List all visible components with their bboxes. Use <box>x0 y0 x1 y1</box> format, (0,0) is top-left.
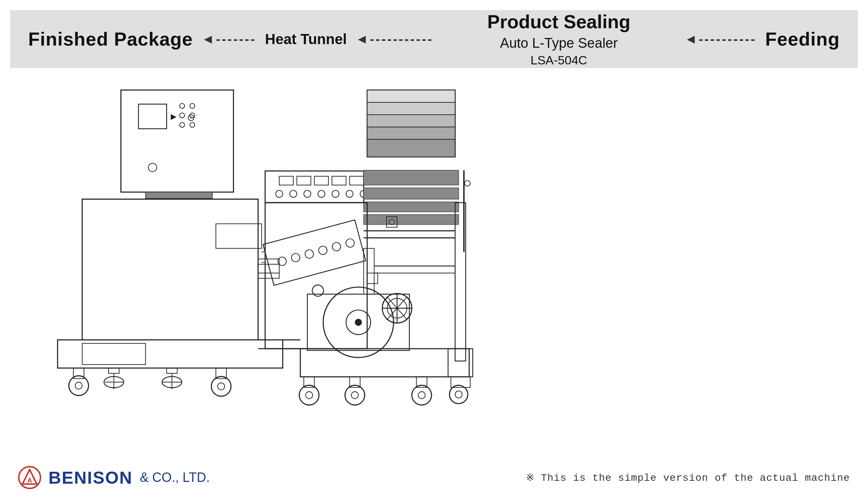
footer: A BENISON & CO., LTD. ※ This is the simp… <box>0 463 868 492</box>
svg-point-100 <box>455 391 462 398</box>
product-sealing-center: Product Sealing Auto L-Type Sealer LSA-5… <box>433 10 684 68</box>
finished-package-label: Finished Package <box>28 28 193 50</box>
svg-point-8 <box>180 122 185 127</box>
svg-rect-0 <box>121 90 233 192</box>
svg-rect-43 <box>314 176 328 185</box>
svg-rect-1 <box>139 104 167 129</box>
svg-text:A: A <box>27 477 32 484</box>
svg-point-88 <box>299 385 319 405</box>
svg-point-4 <box>180 103 185 109</box>
dots-mid: ◄----------- <box>356 31 434 47</box>
machine-diagram: ▶ ⊙ <box>0 76 868 463</box>
svg-point-80 <box>355 319 362 326</box>
svg-rect-45 <box>350 176 364 185</box>
svg-point-46 <box>276 190 282 197</box>
svg-point-58 <box>465 181 471 186</box>
svg-rect-38 <box>367 127 455 139</box>
model-number: LSA-504C <box>487 52 630 68</box>
svg-rect-13 <box>216 224 261 249</box>
svg-rect-39 <box>367 139 455 157</box>
svg-rect-20 <box>109 368 119 373</box>
svg-point-47 <box>290 190 297 197</box>
svg-rect-55 <box>363 202 459 212</box>
header-right: ◄---------- Feeding <box>684 28 840 50</box>
product-sealing-block: Product Sealing Auto L-Type Sealer LSA-5… <box>487 10 630 68</box>
feeding-label: Feeding <box>765 28 840 50</box>
svg-point-89 <box>306 392 312 399</box>
svg-point-64 <box>318 245 328 256</box>
svg-point-65 <box>331 242 342 252</box>
svg-point-91 <box>345 385 365 405</box>
svg-point-51 <box>346 190 353 197</box>
svg-point-62 <box>290 253 301 263</box>
svg-point-61 <box>277 256 288 267</box>
svg-rect-44 <box>332 176 346 185</box>
svg-point-99 <box>450 385 468 404</box>
logo-area: A BENISON & CO., LTD. <box>18 466 210 489</box>
svg-point-48 <box>304 190 311 197</box>
svg-rect-36 <box>367 102 455 115</box>
svg-rect-15 <box>58 340 283 368</box>
svg-rect-24 <box>167 368 177 373</box>
svg-rect-60 <box>263 220 366 285</box>
svg-point-92 <box>351 392 358 399</box>
svg-point-30 <box>218 383 225 390</box>
svg-rect-35 <box>367 90 455 102</box>
svg-rect-41 <box>279 176 293 185</box>
svg-rect-73 <box>367 273 378 284</box>
svg-rect-31 <box>258 259 279 279</box>
svg-point-63 <box>304 249 315 259</box>
logo-brand-text: BENISON <box>48 468 133 488</box>
logo-co-text: & CO., LTD. <box>140 470 210 485</box>
dots-right: ◄---------- <box>684 31 757 47</box>
machine-type: Auto L-Type Sealer <box>487 34 630 52</box>
svg-point-19 <box>75 382 82 389</box>
svg-point-10 <box>148 163 157 171</box>
svg-point-94 <box>412 385 431 405</box>
svg-point-50 <box>332 190 339 197</box>
dots-left: ◄------- <box>201 31 256 47</box>
svg-rect-42 <box>297 176 311 185</box>
finished-package-item: Finished Package ◄------- Heat Tunnel ◄-… <box>28 28 433 50</box>
svg-rect-40 <box>265 171 363 203</box>
footer-note: ※ This is the simple version of the actu… <box>526 471 850 484</box>
product-sealing-title: Product Sealing <box>487 10 630 34</box>
svg-text:▶: ▶ <box>171 112 177 121</box>
svg-point-95 <box>418 392 425 399</box>
svg-point-6 <box>180 113 185 118</box>
svg-rect-76 <box>300 349 469 377</box>
svg-rect-11 <box>145 192 212 199</box>
svg-rect-59 <box>265 203 367 349</box>
heat-tunnel-label: Heat Tunnel <box>265 31 347 47</box>
svg-rect-37 <box>367 115 455 127</box>
svg-rect-54 <box>363 188 459 199</box>
header-bar: Finished Package ◄------- Heat Tunnel ◄-… <box>10 10 858 68</box>
svg-rect-16 <box>82 343 145 364</box>
svg-point-49 <box>318 190 325 197</box>
benison-logo-icon: A <box>18 466 41 489</box>
svg-point-29 <box>211 377 231 396</box>
diagram-area: ▶ ⊙ <box>0 76 868 463</box>
svg-rect-56 <box>363 215 459 224</box>
svg-rect-12 <box>82 199 258 340</box>
svg-rect-53 <box>363 170 459 185</box>
svg-point-5 <box>190 103 195 109</box>
svg-point-66 <box>345 238 356 249</box>
